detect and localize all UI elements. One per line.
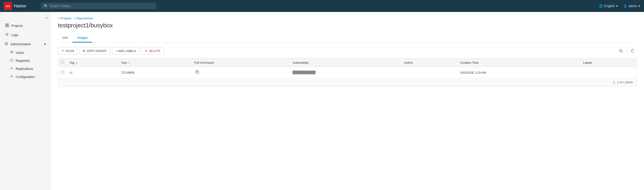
logo: vm Harbor	[4, 2, 36, 10]
registries-label: Registries	[16, 59, 30, 62]
administration-chevron-icon: ▾	[44, 42, 46, 46]
copy-icon: ⧉	[83, 49, 85, 53]
sidebar-item-configuration[interactable]: Configuration	[0, 73, 50, 81]
tab-info[interactable]: Info	[58, 34, 72, 42]
sidebar-item-projects[interactable]: Projects	[0, 21, 50, 30]
select-all-checkbox[interactable]	[61, 61, 64, 64]
delete-button[interactable]: ✕ DELETE	[142, 48, 164, 54]
top-navigation: vm Harbor 🔍 🌐 English ▾ 👤 admin ▾	[0, 0, 644, 12]
row-checkbox-cell	[58, 67, 67, 78]
sidebar-item-users[interactable]: Users	[0, 48, 50, 56]
breadcrumb-projects[interactable]: < Projects	[58, 16, 71, 20]
sidebar-collapse-button[interactable]: «	[0, 14, 50, 21]
svg-point-9	[11, 51, 12, 52]
sidebar-item-logs-label: Logs	[11, 33, 18, 37]
add-labels-button[interactable]: + ADD LABELS	[112, 48, 140, 54]
svg-rect-15	[197, 71, 199, 74]
author-cell	[401, 67, 458, 78]
sidebar-item-registries[interactable]: Registries	[0, 56, 50, 65]
size-column-header[interactable]: Size ▾	[118, 58, 191, 67]
svg-rect-3	[7, 26, 9, 27]
svg-rect-0	[6, 24, 7, 25]
content-area: < Projects < Repositories testproject1/b…	[50, 12, 644, 91]
refresh-button[interactable]	[629, 48, 637, 54]
shield-icon: 🛡	[62, 49, 64, 53]
search-input[interactable]	[50, 4, 154, 8]
size-cell: 712.89KB	[118, 67, 191, 78]
table-header-row: Tag ▾ Size ▾ Pull Command Vuln	[58, 58, 636, 67]
users-label: Users	[16, 51, 24, 54]
globe-icon: 🌐	[599, 4, 603, 8]
sidebar-administration-group[interactable]: Administration ▾	[0, 40, 50, 48]
creation-time-cell: 10/3/2018, 1:19 AM	[457, 67, 580, 78]
user-label: admin	[628, 4, 637, 8]
breadcrumb-repositories[interactable]: < Repositories	[74, 16, 93, 20]
svg-rect-1	[7, 24, 9, 25]
svg-rect-4	[6, 33, 8, 34]
sidebar-item-projects-label: Projects	[11, 24, 23, 28]
search-toggle-button[interactable]	[617, 48, 625, 54]
vulnerability-bar	[292, 70, 316, 74]
sidebar-item-replications[interactable]: Replications	[0, 65, 50, 73]
vulnerability-column-header: Vulnerability	[290, 58, 401, 67]
tag-link[interactable]: v1	[70, 71, 73, 74]
replications-icon	[10, 67, 13, 70]
search-icon: 🔍	[44, 4, 48, 8]
toolbar-divider	[627, 48, 627, 54]
tag-cell: v1	[67, 67, 118, 78]
table-body: v1 712.89KB	[58, 67, 636, 78]
administration-sub-items: Users Registries Replications	[0, 48, 50, 81]
table-footer: 1 - 1 of 1 items	[58, 78, 636, 86]
language-label: English	[604, 4, 615, 8]
tab-images[interactable]: Images	[72, 34, 92, 42]
search-bar[interactable]: 🔍	[41, 3, 156, 9]
app-title: Harbor	[14, 4, 26, 8]
table: Tag ▾ Size ▾ Pull Command Vuln	[58, 58, 636, 78]
page-title: testproject1/busybox	[58, 22, 637, 29]
vulnerability-cell	[290, 67, 401, 78]
scan-button[interactable]: 🛡 SCAN	[58, 48, 78, 54]
delete-x-icon: ✕	[145, 49, 148, 53]
replications-label: Replications	[16, 67, 33, 70]
row-checkbox[interactable]	[61, 70, 64, 74]
pull-command-column-header: Pull Command	[191, 58, 290, 67]
svg-rect-2	[6, 26, 7, 27]
user-chevron-icon: ▾	[639, 4, 640, 8]
breadcrumb: < Projects < Repositories	[58, 16, 637, 20]
projects-icon	[5, 24, 9, 28]
vm-logo-icon: vm	[4, 2, 12, 10]
tag-column-header[interactable]: Tag ▾	[67, 58, 118, 67]
chevron-down-icon: ▾	[616, 4, 618, 8]
author-column-header: Author	[401, 58, 458, 67]
users-icon	[10, 50, 13, 54]
user-icon: 👤	[623, 4, 627, 8]
toolbar-right	[617, 48, 637, 54]
language-selector[interactable]: 🌐 English ▾	[599, 4, 618, 8]
svg-point-12	[11, 76, 12, 77]
administration-label: Administration	[10, 42, 31, 46]
sidebar: « Projects Logs	[0, 12, 50, 190]
pagination-info: 1 - 1 of 1 items	[613, 80, 633, 84]
sidebar-item-logs[interactable]: Logs	[0, 30, 50, 40]
main-layout: « Projects Logs	[0, 12, 644, 190]
registries-icon	[10, 59, 13, 62]
creation-time-column-header: Creation Time	[457, 58, 580, 67]
configuration-icon	[10, 75, 13, 79]
images-table: Tag ▾ Size ▾ Pull Command Vuln	[58, 58, 637, 86]
svg-line-14	[622, 52, 623, 53]
tag-sort-icon: ▾	[76, 62, 77, 64]
select-all-column	[58, 58, 67, 67]
table-row: v1 712.89KB	[58, 67, 636, 78]
logs-icon	[5, 33, 9, 37]
toolbar: 🛡 SCAN ⧉ COPY DIGEST + ADD LABELS ✕ DELE…	[58, 47, 637, 54]
labels-cell	[580, 67, 636, 78]
topnav-right: 🌐 English ▾ 👤 admin ▾	[599, 4, 640, 8]
copy-digest-button[interactable]: ⧉ COPY DIGEST	[79, 47, 110, 54]
main-content: < Projects < Repositories testproject1/b…	[50, 12, 644, 190]
user-menu[interactable]: 👤 admin ▾	[623, 4, 640, 8]
svg-point-8	[6, 43, 7, 44]
copy-pull-command-button[interactable]	[194, 70, 200, 75]
svg-point-10	[12, 51, 13, 52]
size-sort-icon: ▾	[129, 62, 130, 64]
administration-icon	[4, 42, 8, 46]
